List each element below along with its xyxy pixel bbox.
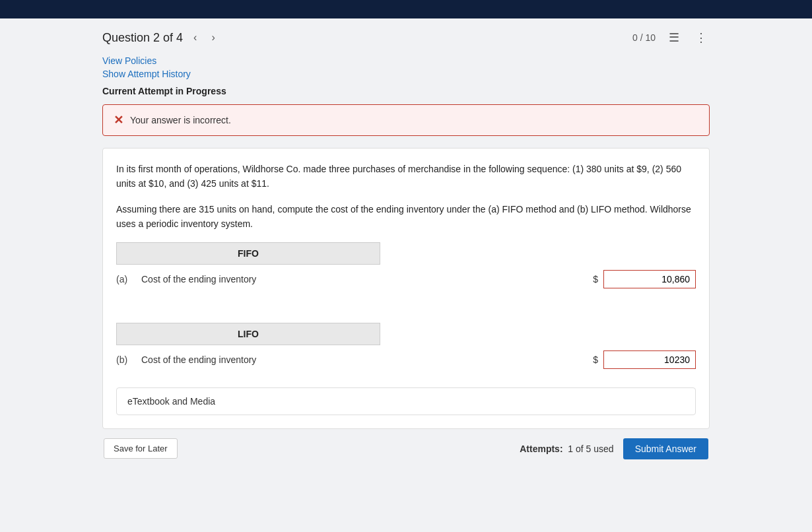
lifo-row-label: (b) [116,354,136,365]
error-box: ✕ Your answer is incorrect. [102,104,710,136]
list-icon-button[interactable]: ☰ [666,29,682,46]
save-later-button[interactable]: Save for Later [104,438,178,459]
header-right: 0 / 10 ☰ ⋮ [632,29,710,46]
attempts-label: Attempts: [520,444,562,454]
error-icon: ✕ [114,113,123,127]
fifo-dollar-sign: $ [593,274,598,284]
lifo-answer-input[interactable] [603,350,696,369]
list-icon: ☰ [669,31,679,44]
question-title: Question 2 of 4 [102,31,183,45]
prev-icon: ‹ [193,32,197,43]
fifo-answer-input[interactable] [603,270,696,288]
prev-button[interactable]: ‹ [189,30,201,45]
fifo-header: FIFO [116,242,380,265]
links-section: View Policies Show Attempt History [102,55,710,79]
lifo-header: LIFO [116,323,380,345]
footer-right: Attempts: 1 of 5 used Submit Answer [520,438,708,459]
fifo-row-label: (a) [116,274,136,284]
question-body: In its first month of operations, Wildho… [102,148,710,429]
error-message: Your answer is incorrect. [130,115,231,125]
main-container: Question 2 of 4 ‹ › 0 / 10 ☰ ⋮ View Poli… [89,18,723,470]
question-paragraph1: In its first month of operations, Wildho… [116,162,696,191]
etextbook-label: eTextbook and Media [127,396,215,407]
next-button[interactable]: › [207,30,219,45]
question-paragraph2: Assuming there are 315 units on hand, co… [116,202,696,232]
section-gap [116,307,696,323]
attempts-value: 1 of 5 used [568,444,613,454]
lifo-section: LIFO (b) Cost of the ending inventory $ [116,323,696,374]
fifo-section: FIFO (a) Cost of the ending inventory $ [116,242,696,294]
etextbook-section: eTextbook and Media [116,387,696,415]
lifo-dollar-sign: $ [593,354,598,365]
current-attempt-label: Current Attempt in Progress [102,86,710,96]
fifo-row-description: Cost of the ending inventory [141,274,588,284]
header-left: Question 2 of 4 ‹ › [102,30,219,45]
more-options-icon: ⋮ [695,31,707,44]
next-icon: › [211,32,215,43]
view-policies-link[interactable]: View Policies [102,55,710,66]
lifo-row-description: Cost of the ending inventory [141,354,588,365]
attempts-text: Attempts: 1 of 5 used [520,444,613,454]
top-bar [0,0,812,18]
score-display: 0 / 10 [632,32,656,43]
fifo-row-a: (a) Cost of the ending inventory $ [116,265,696,294]
lifo-row-b: (b) Cost of the ending inventory $ [116,345,696,374]
submit-answer-button[interactable]: Submit Answer [623,438,708,459]
show-attempt-history-link[interactable]: Show Attempt History [102,69,710,79]
question-header: Question 2 of 4 ‹ › 0 / 10 ☰ ⋮ [102,29,710,46]
more-options-button[interactable]: ⋮ [693,29,710,46]
footer-section: Save for Later Attempts: 1 of 5 used Sub… [102,438,710,459]
